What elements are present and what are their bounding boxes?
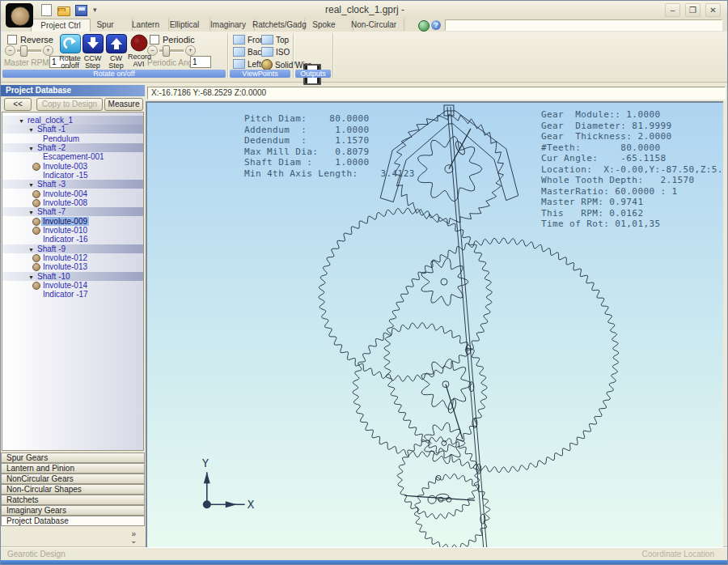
tree-item-pendulum[interactable]: Pendulum (2, 134, 144, 143)
slider-plus-icon[interactable]: + (43, 45, 53, 56)
slider-minus-icon[interactable]: − (5, 45, 15, 56)
tab-non-circular[interactable]: Non-Circular Sh (344, 19, 404, 31)
gear-logo-icon (11, 6, 30, 26)
tree-item-involute-004[interactable]: Involute-004 (2, 189, 144, 198)
measure-button[interactable]: Measure (104, 98, 143, 111)
panel-button-spur-gears[interactable]: Spur Gears (1, 452, 145, 463)
panel-button-lantern-pinion[interactable]: Lantern and Pinion (1, 463, 145, 474)
ccw-step-button[interactable]: CCW Step (82, 34, 104, 70)
periodic-checkbox[interactable]: Periodic (150, 35, 195, 45)
slider-thumb[interactable] (20, 45, 28, 57)
tree-item-involute-013[interactable]: Involute-013 (2, 262, 144, 271)
tree-item-real-clock-1[interactable]: ▼real_clock_1 (2, 116, 144, 125)
coordinate-readout-bar: X:-16.7186 Y:-68.2529 Z:0.0000 (146, 85, 724, 101)
sphere-icon (261, 59, 273, 70)
tree-item-involute-003[interactable]: Involute-003 (2, 162, 144, 171)
panel-overflow-chevron[interactable]: »⌄ (130, 531, 137, 544)
help-icon[interactable]: ? (431, 20, 441, 30)
quick-access-toolbar: ▾ (40, 4, 97, 15)
slider-plus-icon[interactable]: + (185, 45, 196, 56)
tree-item-escapement-001[interactable]: Escapement-001 (2, 152, 144, 161)
ribbon: Reverse − + Master RPM Rotate on/off CCW… (1, 32, 728, 83)
involute-icon (32, 218, 40, 226)
tree-item-shaft-1[interactable]: ▼Shaft -1 (2, 125, 144, 134)
collapse-triangle-icon[interactable]: ▼ (28, 181, 34, 189)
outputs-group-caption: Outputs (295, 70, 331, 78)
viewpoints-group-caption: ViewPoints (230, 70, 290, 78)
view-cube-icon (233, 59, 245, 69)
new-file-icon[interactable] (40, 4, 52, 15)
slider-thumb[interactable] (163, 45, 170, 57)
panel-button-noncircular-gears[interactable]: NonCircular Gears (1, 474, 145, 484)
record-avi-button[interactable]: Record AVI (128, 34, 150, 68)
view-cube-icon (233, 47, 245, 57)
tree-item-involute-012[interactable]: Involute-012 (2, 253, 144, 262)
panel-button-ratchets[interactable]: Ratchets (1, 495, 145, 505)
copy-to-design-button[interactable]: Copy to Design (36, 98, 103, 111)
window-controls: – ❐ ✕ (665, 3, 721, 17)
tree-item-shaft-2[interactable]: ▼Shaft -2 (2, 143, 144, 152)
qat-dropdown-icon[interactable]: ▾ (93, 6, 97, 14)
project-database-header: Project Database (1, 85, 145, 96)
involute-icon (32, 254, 40, 262)
rotate-onoff-button[interactable]: Rotate on/off (59, 34, 81, 70)
master-rpm-label: Master RPM (4, 58, 49, 67)
panel-button-noncircular-shapes[interactable]: Non-Circular Shapes (1, 484, 145, 495)
viewpoint-left[interactable]: Left (233, 59, 261, 69)
collapse-triangle-icon[interactable]: ▼ (28, 125, 34, 134)
collapse-triangle-icon[interactable]: ▼ (28, 208, 34, 217)
design-canvas[interactable]: YX Pitch Diam: 80.0000 Addendum : 1.0000… (146, 101, 723, 547)
minimize-button[interactable]: – (665, 3, 680, 17)
periodic-ang-slider[interactable]: − + (147, 45, 196, 56)
involute-icon (32, 263, 40, 271)
up-arrow-icon (106, 34, 127, 53)
web-globe-icon[interactable] (418, 20, 430, 32)
restore-button[interactable]: ❐ (685, 3, 700, 17)
tree-item-shaft-10[interactable]: ▼Shaft -10 (2, 272, 144, 281)
tree-item-involute-010[interactable]: Involute-010 (2, 226, 144, 235)
checkbox-icon[interactable] (150, 35, 159, 45)
tree-item-shaft-9[interactable]: ▼Shaft -9 (2, 244, 144, 253)
down-arrow-icon (83, 34, 104, 53)
open-folder-icon[interactable] (57, 4, 70, 15)
record-circle-icon (129, 34, 149, 52)
viewpoint-iso[interactable]: ISO (261, 47, 290, 57)
panel-button-imaginary-gears[interactable]: Imaginary Gears (1, 505, 145, 516)
tree-item-shaft-3[interactable]: ▼Shaft -3 (2, 180, 144, 189)
involute-icon (32, 227, 40, 235)
tree-item-involute-014[interactable]: Involute-014 (2, 281, 144, 290)
application-window: real_clock_1.gprj - ▾ – ❐ ✕ Project Ctrl… (0, 0, 728, 565)
status-coordinate-label: Coordinate Location (641, 550, 714, 559)
project-tree: ▼real_clock_1 ▼Shaft -1 Pendulum ▼Shaft … (2, 112, 144, 451)
tree-item-involute-009-selected[interactable]: Involute-009 (2, 217, 144, 226)
close-button[interactable]: ✕ (705, 3, 721, 17)
svg-text:X: X (248, 498, 255, 511)
gear-info-right: Gear Module:: 1.0000 Gear Diameter: 81.9… (541, 109, 723, 230)
periodic-ang-label: Periodic Ang (147, 58, 193, 67)
tree-item-indicator-15[interactable]: Indicator -15 (2, 171, 144, 180)
viewpoint-top[interactable]: Top (261, 35, 289, 45)
panel-button-project-database[interactable]: Project Database (1, 516, 145, 526)
status-bar: Gearotic Design Coordinate Location (1, 547, 728, 561)
tree-item-involute-008[interactable]: Involute-008 (2, 198, 144, 207)
app-menu-button[interactable] (6, 3, 33, 28)
checkbox-icon[interactable] (7, 35, 17, 45)
group-separator (227, 33, 229, 79)
command-input[interactable] (445, 19, 722, 31)
master-rpm-slider[interactable]: − + (5, 45, 53, 56)
cw-step-button[interactable]: CW Step (105, 34, 127, 70)
tree-item-indicator-17[interactable]: Indicator -17 (2, 290, 144, 299)
slider-minus-icon[interactable]: − (147, 45, 158, 56)
view-cube-icon (261, 47, 273, 57)
gear-info-left: Pitch Diam: 80.0000 Addendum : 1.0000 De… (244, 113, 415, 179)
tree-item-shaft-7[interactable]: ▼Shaft -7 (2, 207, 144, 216)
view-cube-icon (261, 35, 273, 45)
involute-icon (32, 190, 40, 198)
view-cube-icon (233, 35, 245, 45)
involute-icon (32, 199, 40, 207)
save-icon[interactable] (75, 4, 87, 15)
collapse-panel-button[interactable]: << (4, 98, 32, 111)
periodic-ang-input[interactable] (190, 56, 211, 68)
reverse-checkbox[interactable]: Reverse (7, 35, 53, 45)
tree-item-indicator-16[interactable]: Indicator -16 (2, 235, 144, 244)
